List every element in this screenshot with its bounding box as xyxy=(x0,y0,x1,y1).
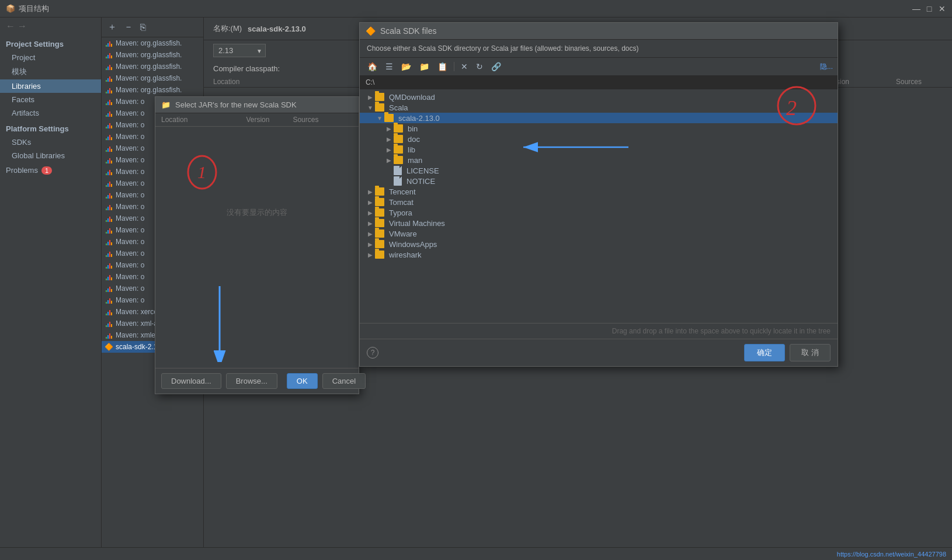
lib-item-label: Maven: o xyxy=(116,179,144,187)
folder-icon-scala xyxy=(375,103,384,112)
version-select[interactable]: 2.13 2.12 2.11 xyxy=(213,44,266,57)
lib-item-label: Maven: o xyxy=(116,203,144,211)
lib-item-label: Maven: o xyxy=(116,249,144,258)
tree-toggle-scala[interactable]: ▼ xyxy=(366,103,375,112)
tree-toggle-license[interactable] xyxy=(384,166,394,175)
lib-item-label: Maven: o xyxy=(116,168,144,176)
tree-toggle-doc[interactable]: ▶ xyxy=(384,134,394,144)
tree-item-virtual-machines[interactable]: ▶Virtual Machines xyxy=(360,218,838,228)
tree-toggle-lib[interactable]: ▶ xyxy=(384,145,394,154)
lib-item[interactable]: Maven: org.glassfish. xyxy=(102,72,203,84)
file-icon-license xyxy=(394,166,402,175)
tree-item-scala-2.13.0[interactable]: ▼scala-2.13.0 xyxy=(360,113,838,123)
browse-button[interactable]: Browse... xyxy=(226,373,277,389)
tree-toggle-bin[interactable]: ▶ xyxy=(384,124,394,133)
folder-open-button[interactable]: 📂 xyxy=(398,60,414,73)
help-button[interactable]: ? xyxy=(367,347,378,359)
add-lib-button[interactable]: ＋ xyxy=(105,20,119,34)
blue-arrow-container xyxy=(155,298,359,368)
lib-item-icon xyxy=(104,97,113,106)
tree-toggle-typora[interactable]: ▶ xyxy=(366,208,375,217)
tree-label-doc: doc xyxy=(408,135,420,144)
close-path-button[interactable]: ✕ xyxy=(458,60,471,73)
sidebar-item-modules[interactable]: 模块 xyxy=(0,64,101,79)
scala-blue-arrow-container xyxy=(517,138,634,158)
tree-item-tomcat[interactable]: ▶Tomcat xyxy=(360,197,838,207)
new-folder-button[interactable]: 📋 xyxy=(435,60,450,73)
folder-new-button[interactable]: 📁 xyxy=(416,60,432,73)
tree-item-windowsapps[interactable]: ▶WindowsApps xyxy=(360,239,838,249)
tree-item-scala[interactable]: ▼Scala xyxy=(360,102,838,113)
sidebar-item-global-libraries[interactable]: Global Libraries xyxy=(0,149,101,162)
remove-lib-button[interactable]: － xyxy=(121,20,135,34)
tree-item-notice[interactable]: NOTICE xyxy=(360,176,838,186)
download-button[interactable]: Download... xyxy=(161,373,221,389)
lib-item-icon xyxy=(104,50,113,60)
title-text: 项目结构 xyxy=(19,4,49,14)
tree-label-qmdownload: QMDownload xyxy=(389,93,435,102)
title-bar: 📦 项目结构 — □ ✕ xyxy=(0,0,952,18)
tree-toggle-windowsapps[interactable]: ▶ xyxy=(366,239,375,249)
sidebar-item-project[interactable]: Project xyxy=(0,51,101,64)
lib-item-icon xyxy=(104,167,113,176)
lib-item-label: Maven: org.glassfish. xyxy=(116,74,182,82)
lib-item-icon xyxy=(104,179,113,188)
th-sources: Sources xyxy=(896,78,943,86)
lib-item-icon xyxy=(104,331,113,340)
folder-icon-bin xyxy=(394,124,403,133)
tree-toggle-wireshark[interactable]: ▶ xyxy=(366,250,375,259)
tree-toggle-tomcat[interactable]: ▶ xyxy=(366,197,375,207)
tree-label-virtual-machines: Virtual Machines xyxy=(389,219,445,228)
tree-item-tencent[interactable]: ▶Tencent xyxy=(360,186,838,197)
sidebar-item-facets[interactable]: Facets xyxy=(0,93,101,106)
lib-item-label: Maven: org.glassfish. xyxy=(116,51,182,59)
tree-item-qmdownload[interactable]: ▶QMDownload xyxy=(360,92,838,102)
cancel-button[interactable]: Cancel xyxy=(322,373,366,389)
sdk-ok-button[interactable]: 确定 xyxy=(744,344,785,361)
close-button[interactable]: ✕ xyxy=(938,5,946,13)
minimize-button[interactable]: — xyxy=(912,5,920,13)
sidebar-problems[interactable]: Problems 1 xyxy=(0,162,101,178)
tree-label-tomcat: Tomcat xyxy=(389,198,414,207)
tree-item-wireshark[interactable]: ▶wireshark xyxy=(360,249,838,260)
link-button[interactable]: 🔗 xyxy=(488,60,504,73)
list-button[interactable]: ☰ xyxy=(383,60,396,73)
lib-item[interactable]: Maven: org.glassfish. xyxy=(102,84,203,96)
tree-item-typora[interactable]: ▶Typora xyxy=(360,207,838,218)
tree-toggle-scala-2.13.0[interactable]: ▼ xyxy=(375,113,384,123)
tree-label-typora: Typora xyxy=(389,208,412,217)
sidebar-item-artifacts[interactable]: Artifacts xyxy=(0,106,101,120)
lib-item-icon xyxy=(104,144,113,153)
tree-label-windowsapps: WindowsApps xyxy=(389,240,437,249)
tree-item-license[interactable]: LICENSE xyxy=(360,165,838,176)
lib-item-label: Maven: o xyxy=(116,214,144,222)
sidebar-item-sdks[interactable]: SDKs xyxy=(0,135,101,149)
tree-toggle-qmdownload[interactable]: ▶ xyxy=(366,92,375,102)
lib-item[interactable]: Maven: org.glassfish. xyxy=(102,37,203,49)
folder-icon-vmware xyxy=(375,229,384,238)
maximize-button[interactable]: □ xyxy=(925,5,933,13)
home-button[interactable]: 🏠 xyxy=(364,60,380,73)
tree-item-vmware[interactable]: ▶VMware xyxy=(360,228,838,239)
back-arrow[interactable]: ← xyxy=(6,21,15,32)
refresh-button[interactable]: ↻ xyxy=(473,60,486,73)
tree-item-bin[interactable]: ▶bin xyxy=(360,123,838,134)
sidebar-item-libraries[interactable]: Libraries xyxy=(0,79,101,93)
sdk-name-label: 名称:(M) xyxy=(213,23,242,34)
tree-label-scala: Scala xyxy=(389,103,408,112)
scala-sdk-buttons: ? 确定 取 消 xyxy=(360,339,838,366)
lib-item-label: Maven: o xyxy=(116,191,144,199)
tree-toggle-virtual-machines[interactable]: ▶ xyxy=(366,218,375,228)
ok-button[interactable]: OK xyxy=(287,373,318,389)
tree-toggle-tencent[interactable]: ▶ xyxy=(366,187,375,196)
lib-item[interactable]: Maven: org.glassfish. xyxy=(102,61,203,72)
copy-lib-button[interactable]: ⎘ xyxy=(138,21,148,34)
jars-th-version: Version xyxy=(246,116,269,124)
forward-arrow[interactable]: → xyxy=(18,21,27,32)
lib-item[interactable]: Maven: org.glassfish. xyxy=(102,49,203,61)
tree-toggle-vmware[interactable]: ▶ xyxy=(366,229,375,238)
tree-toggle-notice[interactable] xyxy=(384,176,394,186)
tree-toggle-man[interactable]: ▶ xyxy=(384,155,394,165)
sdk-cancel-button[interactable]: 取 消 xyxy=(790,344,831,361)
tree-label-license: LICENSE xyxy=(406,166,439,175)
